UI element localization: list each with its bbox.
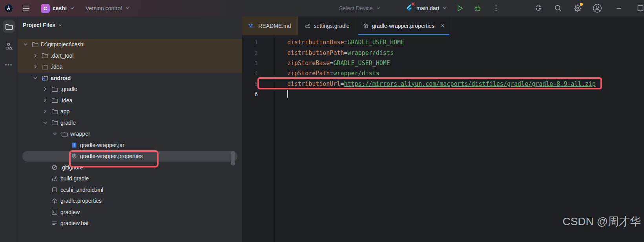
folder-icon (51, 86, 58, 93)
chevron-right-icon[interactable] (42, 109, 51, 114)
lines-icon (51, 220, 58, 227)
run-button[interactable] (456, 0, 464, 16)
main-toolbar: C ceshi Version control Select Device ✕ … (0, 0, 644, 17)
search-everywhere-button[interactable] (554, 0, 562, 16)
code-line: 6 (242, 89, 644, 99)
tree-item[interactable]: gradle.properties (18, 195, 242, 207)
tree-item[interactable]: gradlew.bat (18, 218, 242, 229)
folder-icon (61, 130, 68, 137)
chevron-down-icon[interactable] (23, 42, 31, 47)
line-text: distributionPath=wrapper/dists (287, 49, 394, 56)
project-tool-button[interactable] (3, 20, 15, 33)
chevron-right-icon[interactable] (42, 98, 51, 103)
folder-icon (5, 23, 13, 31)
project-view-selector[interactable]: Project Files (23, 22, 63, 28)
line-number: 5 (242, 81, 258, 87)
gradle-icon (51, 175, 58, 182)
line-text: zipStoreBase=GRADLE_USER_HOME (287, 60, 390, 67)
kebab-menu-icon (493, 5, 499, 12)
tree-item-label: gradle (60, 120, 76, 126)
chevron-right-icon[interactable] (42, 86, 51, 92)
vcs-widget[interactable]: Version control (86, 0, 130, 16)
tree-item[interactable]: build.gradle (18, 173, 242, 184)
property-key: zipStoreBase (287, 60, 330, 67)
property-value: wrapper/dists (333, 70, 379, 77)
more-tool-windows-button[interactable]: ••• (3, 59, 15, 71)
hamburger-menu[interactable] (22, 0, 30, 16)
gear-icon (363, 23, 369, 29)
line-number: 3 (242, 60, 258, 66)
code-line: 3zipStoreBase=GRADLE_USER_HOME (242, 58, 644, 68)
settings-button[interactable] (573, 0, 582, 16)
tree-item-label: gradlew.bat (60, 220, 89, 226)
run-configuration[interactable]: ✕ main.dart (405, 0, 447, 16)
tree-item[interactable]: D:\gitproject\ceshi (18, 39, 242, 50)
property-value: GRADLE_USER_HOME (333, 60, 390, 67)
editor-area: M↓README.mdsettings.gradlegradle-wrapper… (242, 16, 644, 242)
line-number: 1 (242, 39, 258, 45)
device-selector[interactable]: Select Device (339, 0, 381, 16)
property-value: GRADLE_USER_HOME (348, 39, 405, 46)
property-key: distributionBase (287, 39, 344, 46)
folder-icon (41, 63, 48, 70)
editor-tab[interactable]: M↓README.md (242, 16, 298, 35)
chevron-down-icon[interactable] (52, 131, 61, 136)
maximize-icon (637, 5, 644, 11)
project-badge: C (41, 4, 50, 13)
equals-sign: = (344, 49, 348, 56)
folder-icon (31, 41, 38, 48)
tree-item[interactable]: ceshi_android.iml (18, 184, 242, 196)
tree-item[interactable]: .gradle (18, 84, 242, 95)
android-studio-window: C ceshi Version control Select Device ✕ … (0, 0, 644, 242)
debug-bug-icon (474, 4, 482, 12)
minimize-button[interactable] (616, 0, 622, 16)
tree-item[interactable]: app (18, 106, 242, 117)
account-button[interactable] (593, 0, 602, 16)
minimize-icon (616, 5, 622, 11)
chevron-down-icon (442, 5, 447, 11)
project-tree: D:\gitproject\ceshi.dart_tool.ideaandroi… (18, 39, 242, 242)
chevron-down-icon (125, 5, 130, 11)
tree-item[interactable]: gradle-wrapper.jar (18, 140, 242, 151)
maximize-button[interactable] (637, 0, 644, 16)
chevron-down-icon (69, 5, 75, 11)
tree-item[interactable]: wrapper (18, 128, 242, 140)
tab-label: settings.gradle (314, 23, 350, 29)
file-icon (51, 186, 58, 193)
editor-tab[interactable]: settings.gradle (298, 16, 356, 35)
close-icon[interactable]: × (441, 23, 444, 29)
tree-item[interactable]: gradle (18, 117, 242, 129)
debug-button[interactable] (474, 0, 482, 16)
tree-item[interactable]: .idea (18, 61, 242, 73)
tab-label: gradle-wrapper.properties (372, 23, 435, 29)
tree-item[interactable]: gradlew (18, 207, 242, 218)
structure-tool-button[interactable] (3, 40, 15, 52)
tree-item[interactable]: .dart_tool (18, 50, 242, 62)
device-selector-label: Select Device (339, 5, 373, 11)
folder-android-icon (41, 75, 48, 82)
chevron-right-icon[interactable] (33, 53, 41, 58)
project-widget[interactable]: C ceshi (41, 0, 75, 16)
terminal-icon (51, 209, 58, 216)
more-actions-button[interactable] (493, 0, 499, 16)
property-key: zipStorePath (287, 70, 330, 77)
tree-item-label: app (60, 108, 69, 115)
editor-tab[interactable]: gradle-wrapper.properties× (356, 16, 451, 35)
chevron-right-icon[interactable] (33, 64, 41, 69)
tree-item-label: gradle.properties (60, 198, 102, 204)
property-key: distributionPath (287, 49, 344, 56)
tree-item[interactable]: .idea (18, 95, 242, 106)
chevron-down-icon[interactable] (42, 120, 51, 126)
profiler-button[interactable] (535, 0, 543, 16)
app-logo[interactable] (4, 0, 13, 16)
code-editor[interactable]: 1distributionBase=GRADLE_USER_HOME2distr… (242, 35, 644, 242)
settings-notification-dot (580, 3, 583, 6)
ellipsis-icon: ••• (5, 62, 13, 68)
jar-icon (71, 142, 78, 149)
markdown-icon: M↓ (248, 23, 255, 29)
tree-item[interactable]: android (18, 73, 242, 84)
tree-item-label: wrapper (70, 131, 90, 137)
chevron-down-icon[interactable] (33, 75, 41, 81)
folder-icon (51, 119, 58, 126)
code-line: 1distributionBase=GRADLE_USER_HOME (242, 37, 644, 47)
